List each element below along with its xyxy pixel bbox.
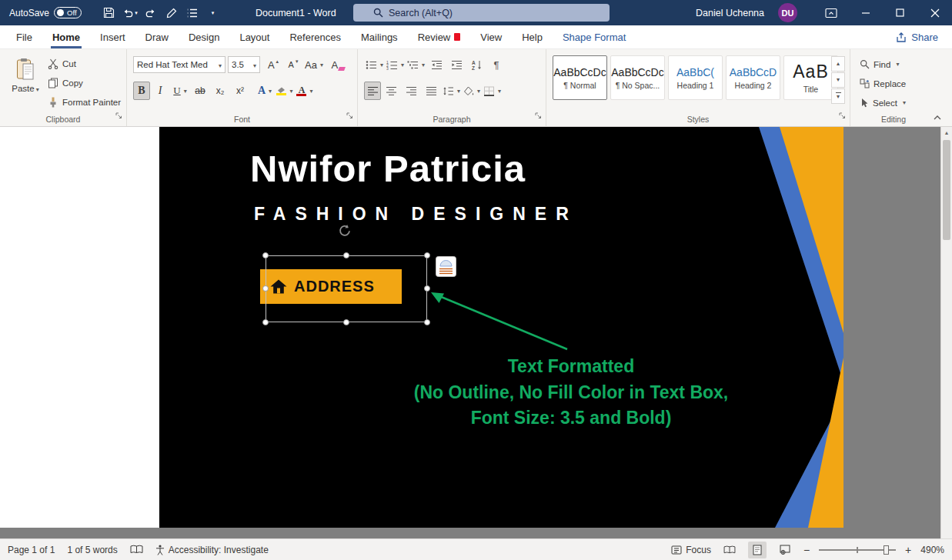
shading-button[interactable] <box>462 82 482 100</box>
select-button[interactable]: Select <box>860 94 906 112</box>
zoom-out-button[interactable]: − <box>803 545 810 555</box>
decrease-indent-button[interactable] <box>426 55 446 74</box>
show-paragraph-marks-button[interactable]: ¶ <box>486 55 506 74</box>
card-role-text[interactable]: FASHION DESIGNER <box>254 204 578 225</box>
styles-dialog-launcher[interactable] <box>839 108 846 122</box>
tab-references[interactable]: References <box>279 25 350 48</box>
find-button[interactable]: Find <box>860 55 906 73</box>
shrink-font-button[interactable]: A▾ <box>283 55 303 74</box>
maximize-button[interactable] <box>883 0 917 25</box>
font-name-combo[interactable]: Red Hat Text Med <box>133 56 225 73</box>
tab-insert[interactable]: Insert <box>90 25 135 48</box>
search-box[interactable] <box>353 4 610 22</box>
tab-review[interactable]: Review <box>408 25 471 48</box>
share-button[interactable]: Share <box>882 25 952 48</box>
business-card-design[interactable]: Nwifor Patricia FASHION DESIGNER ADDRESS <box>159 127 843 528</box>
vertical-scrollbar[interactable]: ▲ <box>940 127 952 538</box>
autosave-switch[interactable]: Off <box>54 7 82 18</box>
page-indicator[interactable]: Page 1 of 1 <box>8 545 55 555</box>
zoom-level[interactable]: 490% <box>920 545 944 555</box>
textbox-selection-outline[interactable] <box>266 255 427 322</box>
stylus-mode-button[interactable] <box>161 3 182 23</box>
tab-home[interactable]: Home <box>42 25 90 48</box>
selection-handle-bottom-center[interactable] <box>343 319 349 325</box>
rotation-handle[interactable] <box>338 224 352 241</box>
underline-button[interactable]: U <box>170 82 190 100</box>
save-button[interactable] <box>99 3 119 23</box>
increase-indent-button[interactable] <box>446 55 466 74</box>
selection-handle-top-left[interactable] <box>262 252 269 258</box>
cut-button[interactable]: Cut <box>48 55 121 72</box>
multilevel-list-button[interactable] <box>406 55 426 74</box>
zoom-slider-thumb[interactable] <box>884 545 889 555</box>
copy-button[interactable]: Copy <box>48 75 121 92</box>
clear-formatting-button[interactable]: A <box>325 55 345 74</box>
grow-font-button[interactable]: A▴ <box>263 55 283 74</box>
tab-shape-format[interactable]: Shape Format <box>553 25 636 48</box>
replace-button[interactable]: Replace <box>860 75 906 92</box>
tab-view[interactable]: View <box>470 25 512 48</box>
font-size-combo[interactable]: 3.5 <box>228 56 260 73</box>
font-dialog-launcher[interactable] <box>346 108 353 122</box>
tab-mailings[interactable]: Mailings <box>351 25 408 48</box>
close-button[interactable] <box>917 0 952 25</box>
read-mode-button[interactable] <box>720 542 739 558</box>
styles-scroll-up-button[interactable]: ▴ <box>831 56 845 72</box>
scroll-up-button[interactable]: ▲ <box>941 127 952 138</box>
focus-mode-button[interactable]: Focus <box>671 545 711 555</box>
italic-button[interactable]: I <box>150 82 170 100</box>
superscript-button[interactable]: x² <box>230 82 250 100</box>
change-case-button[interactable]: Aa <box>303 55 325 74</box>
zoom-in-button[interactable]: + <box>905 545 911 555</box>
clipboard-dialog-launcher[interactable] <box>115 108 122 122</box>
redo-button[interactable] <box>140 3 161 23</box>
tab-design[interactable]: Design <box>179 25 229 48</box>
selection-handle-top-center[interactable] <box>343 252 349 258</box>
card-name-text[interactable]: Nwifor Patricia <box>250 147 526 190</box>
paragraph-dialog-launcher[interactable] <box>535 108 542 122</box>
style-normal[interactable]: AaBbCcDc ¶ Normal <box>553 55 607 100</box>
annotation-textbox[interactable]: Text Formatted (No Outline, No Fill Colo… <box>352 354 790 432</box>
zoom-slider[interactable] <box>819 549 896 551</box>
numbering-button[interactable]: 123 <box>385 55 406 74</box>
ribbon-display-options-button[interactable] <box>814 0 848 25</box>
paste-button[interactable]: Paste <box>8 55 43 122</box>
style-title[interactable]: AaB Title <box>783 55 838 100</box>
search-input[interactable] <box>353 4 610 22</box>
word-count[interactable]: 1 of 5 words <box>67 545 117 555</box>
bullets-button[interactable] <box>364 55 385 74</box>
selection-handle-top-right[interactable] <box>424 252 430 258</box>
quick-access-list-button[interactable] <box>182 3 202 23</box>
print-layout-button[interactable] <box>748 542 767 558</box>
collapse-ribbon-button[interactable] <box>929 112 946 123</box>
styles-gallery-more-button[interactable]: ▾ <box>831 88 845 104</box>
avatar[interactable]: DU <box>778 3 797 22</box>
web-layout-button[interactable] <box>776 542 794 558</box>
align-right-button[interactable] <box>401 82 421 100</box>
selection-handle-bottom-left[interactable] <box>262 319 269 325</box>
text-effects-button[interactable]: A <box>255 82 275 100</box>
tab-layout[interactable]: Layout <box>229 25 279 48</box>
line-spacing-button[interactable] <box>441 82 462 100</box>
minimize-button[interactable] <box>848 0 883 25</box>
selection-handle-middle-right[interactable] <box>424 285 430 292</box>
scrollbar-thumb[interactable] <box>943 140 950 240</box>
align-left-button[interactable] <box>364 82 381 100</box>
strikethrough-button[interactable]: ab <box>190 82 210 100</box>
style-heading-1[interactable]: AaBbC( Heading 1 <box>668 55 723 100</box>
autosave-toggle[interactable]: AutoSave Off <box>9 0 82 25</box>
proofing-status-button[interactable] <box>130 545 143 555</box>
sort-button[interactable]: AZ <box>466 55 486 74</box>
tab-help[interactable]: Help <box>512 25 553 48</box>
customize-qat-button[interactable]: ▾ <box>202 3 223 23</box>
align-center-button[interactable] <box>381 82 401 100</box>
styles-scroll-down-button[interactable]: ▾ <box>831 72 845 88</box>
selection-handle-middle-left[interactable] <box>262 285 269 292</box>
tab-file[interactable]: File <box>6 25 42 48</box>
tab-draw[interactable]: Draw <box>135 25 179 48</box>
font-color-button[interactable]: A <box>295 82 315 100</box>
style-no-spacing[interactable]: AaBbCcDc ¶ No Spac... <box>610 55 665 100</box>
justify-button[interactable] <box>421 82 441 100</box>
borders-button[interactable] <box>482 82 503 100</box>
format-painter-button[interactable]: Format Painter <box>48 94 121 111</box>
